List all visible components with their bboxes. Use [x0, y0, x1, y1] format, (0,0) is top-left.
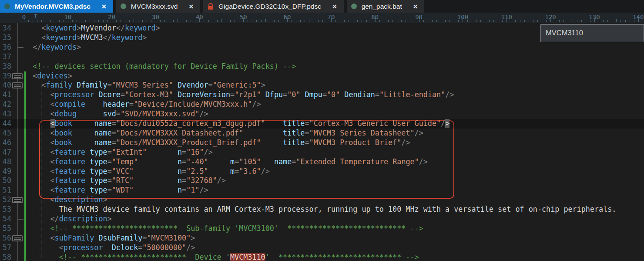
- ruler-label: 10: [64, 14, 71, 20]
- code-line-56[interactable]: 56 <subFamily DsubFamily="MVCM3100">: [0, 234, 644, 243]
- ruler-tick: [33, 20, 33, 22]
- tab-close-icon[interactable]: ✕: [101, 3, 107, 10]
- ruler-tick: [134, 19, 134, 22]
- ruler-tick: [28, 20, 29, 22]
- ruler-tick: [586, 20, 586, 22]
- brace-match-highlight: <: [50, 119, 55, 128]
- fold-collapse-icon[interactable]: [12, 235, 23, 241]
- tab-close-icon[interactable]: ✕: [413, 3, 418, 10]
- search-overlay[interactable]: MVCM3110: [540, 24, 644, 42]
- code-text: <debug svd="SVD/MVCM3xxx.svd"/>: [24, 109, 208, 119]
- ruler-tick: [599, 20, 599, 22]
- ruler-tick: [103, 20, 104, 22]
- line-number: 36: [0, 43, 11, 52]
- tab-close-icon[interactable]: ✕: [188, 3, 194, 10]
- code-line-36[interactable]: 36 </keywords>: [0, 43, 644, 52]
- code-line-46[interactable]: 46 <book name="Docs/MVCM3XXX_Product_Bri…: [0, 138, 644, 148]
- tab-bar: MyVendor.MVCM3.pdsc✕MVCM3xxx.svd✕GigaDev…: [0, 0, 644, 13]
- fold-collapse-icon[interactable]: [12, 82, 23, 88]
- code-line-40[interactable]: 40 <family Dfamily="MVCM3 Series" Dvendo…: [0, 81, 644, 90]
- code-line-57[interactable]: 57 <processor Dclock="50000000"/>: [0, 243, 644, 253]
- ruler-tick: [72, 20, 73, 22]
- code-text: <devices>: [24, 71, 72, 81]
- ruler-tick: [401, 20, 402, 22]
- ruler-tick: [388, 20, 389, 22]
- ruler-tick: [309, 19, 309, 22]
- ruler-tick: [581, 20, 582, 22]
- tab-MyVendor.MVCM3.pdsc[interactable]: MyVendor.MVCM3.pdsc✕: [0, 0, 113, 13]
- code-line-48[interactable]: 48 <feature type="Temp" n="-40" m="105" …: [0, 157, 644, 167]
- brace-match-highlight: >: [445, 119, 449, 128]
- code-line-58[interactable]: 58 <!-- ************************ Device …: [0, 253, 644, 261]
- ruler-label: 60: [284, 14, 291, 20]
- fold-collapse-icon[interactable]: [12, 197, 23, 203]
- ruler-tick: [379, 20, 380, 22]
- line-number: 38: [0, 62, 11, 71]
- ruler-tick: [423, 20, 424, 22]
- ruler-tick: [454, 20, 454, 22]
- code-line-39[interactable]: 39 <devices>: [0, 71, 644, 81]
- code-text: <keyword>MVCM3</keyword>: [24, 33, 147, 43]
- code-line-49[interactable]: 49 <feature type="VCC" n="2.5" m="3.6"/>: [0, 167, 644, 176]
- ruler-tick: [235, 20, 235, 22]
- code-line-51[interactable]: 51 <feature type="WDT" n="1"/>: [0, 186, 644, 195]
- ruler-tick: [511, 20, 511, 22]
- code-line-43[interactable]: 43 <debug svd="SVD/MVCM3xxx.svd"/>: [0, 109, 644, 119]
- ruler-tick: [55, 20, 55, 22]
- code-editor[interactable]: 34 <keyword>MyVendor</keyword>35 <keywor…: [0, 23, 644, 261]
- ruler-tick: [362, 20, 362, 22]
- code-line-42[interactable]: 42 <compile header="Device/Include/MVCM3…: [0, 100, 644, 109]
- code-line-37[interactable]: 37: [0, 52, 644, 62]
- ruler-tick: [441, 19, 441, 22]
- ruler-tick: [344, 20, 345, 22]
- ruler-tick: [397, 19, 397, 22]
- ruler-label: 70: [327, 14, 335, 20]
- tab-GigaDevice.GD32C10x_DFP.pdsc[interactable]: GigaDevice.GD32C10x_DFP.pdsc✕: [203, 0, 344, 13]
- tab-MVCM3xxx.svd[interactable]: MVCM3xxx.svd✕: [116, 0, 200, 13]
- code-line-53[interactable]: 53 The MVCM3 device family contains an A…: [0, 205, 644, 214]
- code-line-54[interactable]: 54 </description>: [0, 214, 644, 224]
- ruler-tick: [261, 20, 262, 22]
- ruler-tick: [314, 20, 314, 22]
- ruler-tick: [564, 20, 564, 22]
- tab-close-icon[interactable]: ✕: [332, 3, 337, 10]
- tab-label: gen_pack.bat: [362, 3, 402, 10]
- ruler-tick: [524, 20, 525, 22]
- ruler-tick: [50, 20, 51, 22]
- code-text: <!-- ************************ Sub-family…: [24, 224, 423, 234]
- line-number: 45: [0, 129, 11, 138]
- lock-icon: [208, 3, 214, 10]
- line-number: 47: [0, 148, 11, 157]
- code-line-52[interactable]: 52 <description>: [0, 195, 644, 205]
- ruler-tick: [353, 19, 353, 22]
- code-line-45[interactable]: 45 <book name="Docs/MVCM3XXX_Datasheet.p…: [0, 129, 644, 138]
- tab-gen_pack.bat[interactable]: gen_pack.bat✕: [347, 0, 425, 13]
- code-line-38[interactable]: 38 <!-- devices section (mandatory for D…: [0, 62, 644, 71]
- search-input[interactable]: MVCM3110: [541, 25, 644, 37]
- ruler-tick: [252, 20, 252, 22]
- ruler-tick: [186, 20, 187, 22]
- column-ruler: T 0102030405060708090100110120130140: [0, 13, 644, 24]
- code-text: <!-- ************************ Device 'MV…: [24, 253, 419, 261]
- code-line-50[interactable]: 50 <feature type="RTC" n="32768"/>: [0, 176, 644, 186]
- ruler-tick: [164, 20, 165, 22]
- ruler-tick: [230, 20, 231, 22]
- tab-label: MyVendor.MVCM3.pdsc: [15, 3, 91, 10]
- ruler-tick: [449, 20, 450, 22]
- ruler-tick: [573, 19, 573, 22]
- code-text: </description>: [24, 214, 112, 224]
- code-line-44[interactable]: 44 <book name="Docs/dui0552a_cortex_m3_d…: [0, 119, 644, 129]
- fold-collapse-icon[interactable]: [12, 73, 23, 79]
- ruler-tick: [568, 20, 568, 22]
- line-number: 43: [0, 109, 11, 119]
- ruler-tick: [85, 20, 86, 22]
- line-number: 58: [0, 253, 11, 261]
- code-line-47[interactable]: 47 <feature type="ExtInt" n="16"/>: [0, 148, 644, 157]
- ruler-tick: [77, 20, 77, 22]
- code-line-41[interactable]: 41 <processor Dcore="Cortex-M3" DcoreVer…: [0, 90, 644, 100]
- ruler-tick: [121, 20, 121, 22]
- ruler-tick: [221, 19, 222, 22]
- code-text: <feature type="VCC" n="2.5" m="3.6"/>: [24, 167, 270, 176]
- ruler-tick: [489, 20, 490, 22]
- code-line-55[interactable]: 55 <!-- ************************ Sub-fam…: [0, 224, 644, 234]
